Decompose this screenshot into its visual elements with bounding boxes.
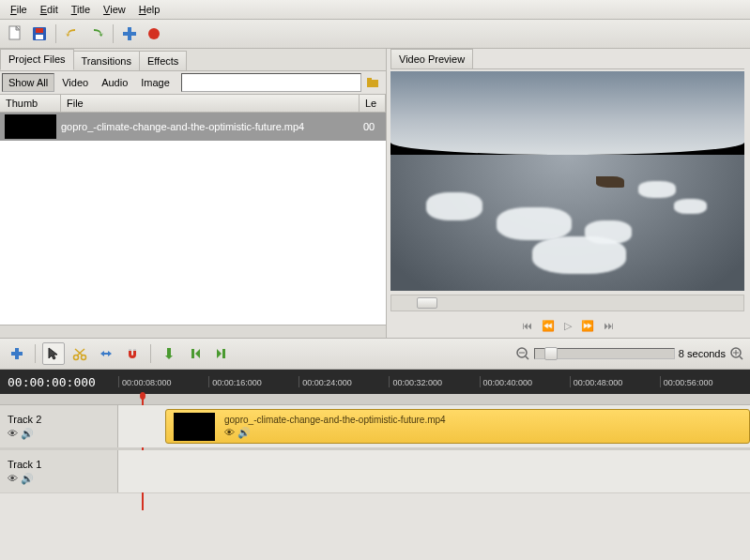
skip-start-icon[interactable]: ⏮ (522, 320, 532, 331)
scrub-bar[interactable] (390, 295, 744, 311)
horizontal-scrollbar[interactable] (0, 325, 386, 338)
playhead-row[interactable] (0, 394, 750, 405)
add-marker-button[interactable] (158, 342, 180, 365)
add-button[interactable] (118, 23, 141, 45)
timeline-toolbar: 8 seconds (0, 338, 750, 370)
undo-button[interactable] (61, 23, 84, 45)
tab-effects[interactable]: Effects (139, 51, 187, 70)
skip-end-icon[interactable]: ⏭ (604, 320, 614, 331)
prev-marker-button[interactable] (184, 342, 207, 365)
track-header[interactable]: Track 2 👁 🔊 (0, 405, 118, 447)
magnet-icon (125, 346, 140, 361)
clip-thumbnail (174, 413, 215, 441)
track-header[interactable]: Track 1 👁 🔊 (0, 450, 118, 492)
new-file-button[interactable] (4, 23, 26, 45)
track-toggles: 👁 🔊 (8, 473, 110, 485)
file-thumbnail (5, 114, 56, 139)
ruler-tick: 00:00:48:000 (570, 376, 660, 387)
speaker-icon[interactable]: 🔊 (21, 473, 34, 484)
preview-pane: Video Preview ⏮ ⏪ ▷ ⏩ ⏭ (387, 49, 750, 338)
ruler-tick: 00:00:16:000 (208, 376, 298, 387)
save-button[interactable] (28, 23, 51, 45)
tab-video-preview[interactable]: Video Preview (390, 49, 473, 68)
video-preview[interactable] (390, 71, 744, 291)
file-length: 00 (363, 121, 386, 132)
track-1: Track 1 👁 🔊 (0, 450, 750, 493)
track-lane[interactable] (118, 450, 750, 492)
svg-rect-2 (36, 28, 43, 33)
resize-icon (99, 346, 114, 361)
svg-rect-18 (222, 349, 225, 358)
snap-tool[interactable] (121, 342, 144, 365)
eye-icon[interactable]: 👁 (224, 427, 235, 438)
ruler-tick: 00:00:56:000 (660, 376, 750, 387)
eye-icon[interactable]: 👁 (8, 473, 18, 484)
main-toolbar (0, 20, 750, 49)
filter-search-input[interactable] (181, 73, 361, 92)
floppy-icon (31, 25, 48, 42)
svg-rect-8 (367, 78, 372, 81)
menu-view[interactable]: View (97, 1, 132, 18)
col-file[interactable]: File (61, 95, 360, 112)
fast-forward-icon[interactable]: ⏩ (581, 320, 594, 332)
marker-prev-icon (188, 346, 203, 361)
menu-edit[interactable]: Edit (34, 1, 65, 18)
svg-rect-15 (133, 349, 136, 351)
eye-icon[interactable]: 👁 (8, 428, 18, 439)
tab-transitions[interactable]: Transitions (73, 51, 140, 70)
menu-file[interactable]: File (4, 1, 34, 18)
next-marker-button[interactable] (210, 342, 233, 365)
ruler-tick: 00:00:08:000 (118, 376, 208, 387)
zoom-in-icon[interactable] (729, 346, 744, 361)
speaker-icon[interactable]: 🔊 (21, 428, 34, 439)
tab-project-files[interactable]: Project Files (0, 49, 74, 70)
svg-rect-3 (36, 35, 43, 39)
zoom-out-icon[interactable] (515, 346, 530, 361)
svg-rect-17 (191, 349, 194, 358)
filter-image[interactable]: Image (135, 74, 176, 91)
project-tabs: Project Files Transitions Effects (0, 49, 386, 71)
speaker-icon[interactable]: 🔊 (237, 427, 251, 438)
svg-rect-14 (129, 349, 131, 351)
col-thumb[interactable]: Thumb (0, 95, 61, 112)
ruler-tick: 00:00:40:000 (480, 376, 570, 387)
svg-line-20 (526, 356, 528, 359)
video-clip[interactable]: gopro_-climate-change-and-the-optimistic… (165, 409, 750, 444)
filter-show-all[interactable]: Show All (2, 73, 54, 92)
project-pane: Project Files Transitions Effects Show A… (0, 49, 387, 338)
pointer-tool[interactable] (42, 342, 65, 365)
playhead[interactable] (138, 392, 147, 405)
menu-title[interactable]: Title (65, 1, 97, 18)
razor-tool[interactable] (69, 342, 91, 365)
file-name: gopro_-climate-change-and-the-optimistic… (61, 121, 363, 132)
timeline-ruler[interactable]: 00:00:00:000 00:00:08:000 00:00:16:000 0… (0, 370, 750, 394)
marker-next-icon (214, 346, 229, 361)
file-icon (7, 25, 23, 42)
zoom-handle[interactable] (544, 347, 558, 360)
col-length[interactable]: Le (360, 95, 386, 112)
scissors-icon (72, 346, 87, 361)
column-headers: Thumb File Le (0, 95, 386, 113)
svg-rect-13 (104, 353, 108, 355)
filter-video[interactable]: Video (56, 74, 94, 91)
filter-audio[interactable]: Audio (96, 74, 133, 91)
folder-icon[interactable] (365, 75, 380, 90)
record-button[interactable] (143, 23, 165, 45)
preview-frame (390, 71, 744, 291)
add-track-button[interactable] (6, 342, 28, 365)
redo-button[interactable] (85, 23, 108, 45)
undo-icon (64, 25, 81, 42)
track-label: Track 1 (8, 459, 110, 470)
rewind-icon[interactable]: ⏪ (542, 320, 555, 332)
file-row[interactable]: gopro_-climate-change-and-the-optimistic… (0, 113, 386, 141)
clip-toggles: 👁 🔊 (224, 427, 446, 439)
clip-title: gopro_-climate-change-and-the-optimistic… (224, 415, 446, 425)
track-lane[interactable]: gopro_-climate-change-and-the-optimistic… (118, 405, 750, 447)
zoom-slider[interactable] (534, 348, 675, 359)
menu-help[interactable]: Help (132, 1, 167, 18)
plus-icon (121, 25, 138, 42)
resize-tool[interactable] (95, 342, 117, 365)
file-list: gopro_-climate-change-and-the-optimistic… (0, 113, 386, 325)
scrub-handle[interactable] (417, 297, 437, 309)
play-icon[interactable]: ▷ (564, 320, 572, 332)
